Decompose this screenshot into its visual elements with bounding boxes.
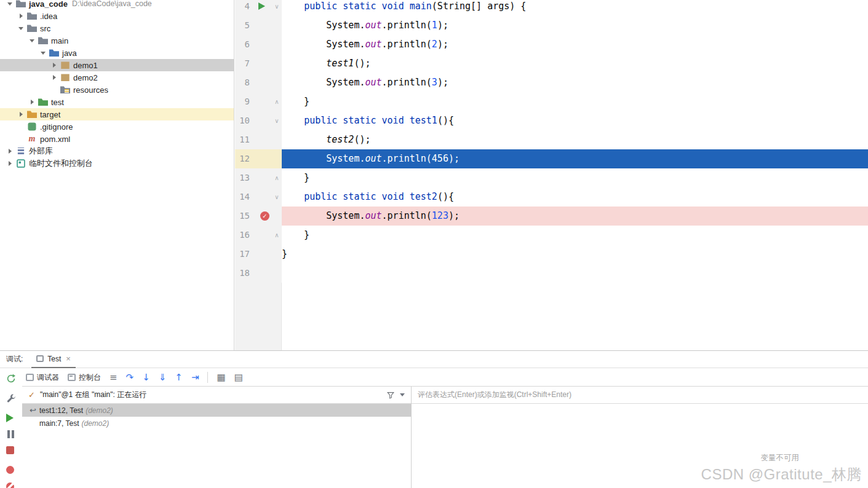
line-number[interactable]: 15 <box>235 207 250 226</box>
fold-start-icon[interactable]: ∨ <box>272 111 282 130</box>
code-text[interactable]: } <box>282 245 868 264</box>
token-plain <box>282 153 326 164</box>
code-text[interactable]: public static void test2(){ <box>282 187 868 207</box>
tree-item-临时文件和控制台[interactable]: 临时文件和控制台 <box>0 157 234 170</box>
project-tree: java_codeD:\ideaCode\java_code.ideasrcma… <box>0 0 234 350</box>
chevron-right-icon[interactable] <box>5 145 16 157</box>
tree-item-java[interactable]: java <box>0 47 234 59</box>
token-plain <box>337 115 343 126</box>
stack-frame-row[interactable]: main:7, Test(demo2) <box>22 417 411 430</box>
line-number[interactable]: 12 <box>235 149 250 168</box>
code-editor[interactable]: 4∨ public static void main(String[] args… <box>235 0 868 350</box>
tree-item-src[interactable]: src <box>0 22 234 34</box>
tree-item-resources[interactable]: resources <box>0 84 234 96</box>
tree-item-test[interactable]: test <box>0 96 234 108</box>
chevron-down-icon[interactable] <box>38 47 49 59</box>
tree-item-gitignore[interactable]: .gitignore <box>0 120 234 133</box>
toolbar-separator <box>207 372 208 383</box>
token-plain <box>282 39 326 50</box>
chevron-right-icon[interactable] <box>16 108 27 120</box>
token-plain <box>376 191 382 202</box>
code-text[interactable]: System.out.println(3); <box>282 73 868 92</box>
code-text[interactable]: public static void main(String[] args) { <box>282 0 868 16</box>
line-number[interactable]: 14 <box>235 187 250 207</box>
stop-icon[interactable] <box>6 446 14 454</box>
line-number[interactable]: 13 <box>235 168 250 187</box>
mute-breakpoints-icon[interactable] <box>6 482 14 488</box>
breakpoint-icon[interactable]: ✓ <box>260 211 269 221</box>
tool-tab-控制台[interactable]: 控制台 <box>68 372 101 383</box>
chevron-right-icon[interactable] <box>5 157 16 170</box>
fold-start-icon[interactable]: ∨ <box>272 0 282 16</box>
line-number[interactable]: 7 <box>235 54 250 73</box>
fold-start-icon[interactable]: ∨ <box>272 187 282 207</box>
fold-end-icon[interactable]: ∧ <box>272 92 282 111</box>
close-tab-icon[interactable]: × <box>66 354 71 363</box>
chevron-down-icon[interactable] <box>16 22 27 34</box>
rerun-icon[interactable] <box>6 374 16 384</box>
threads-menu-icon[interactable]: ≡ <box>109 373 117 382</box>
line-number[interactable]: 11 <box>235 130 250 149</box>
line-number[interactable]: 6 <box>235 35 250 54</box>
fold-spacer <box>272 264 282 283</box>
tool-tab-调试器[interactable]: 调试器 <box>26 372 59 383</box>
force-step-into-icon[interactable]: ⇓ <box>159 373 167 382</box>
code-line-8: 8 System.out.println(3); <box>235 73 868 92</box>
layout-grid-icon[interactable]: ▤ <box>234 373 243 382</box>
tree-item-demo2[interactable]: demo2 <box>0 71 234 84</box>
token-plain: System. <box>326 20 365 31</box>
tree-item-main[interactable]: main <box>0 34 234 47</box>
tree-item-target[interactable]: target <box>0 108 234 120</box>
breakpoints-icon[interactable] <box>6 466 14 474</box>
evaluate-expression-input[interactable]: 评估表达式(Enter)或添加监视(Ctrl+Shift+Enter) <box>412 387 868 404</box>
line-number[interactable]: 18 <box>235 264 250 283</box>
run-to-cursor-icon[interactable]: ⇥ <box>191 373 199 382</box>
step-over-icon[interactable]: ↷ <box>126 373 134 382</box>
line-number[interactable]: 16 <box>235 226 250 245</box>
filter-funnel-icon[interactable] <box>386 391 395 399</box>
line-number[interactable]: 4 <box>235 0 250 16</box>
line-number[interactable]: 8 <box>235 73 250 92</box>
step-out-icon[interactable]: ↑ <box>175 373 183 382</box>
line-number[interactable]: 10 <box>235 111 250 130</box>
fold-end-icon[interactable]: ∧ <box>272 226 282 245</box>
code-text[interactable]: System.out.println(456); <box>282 149 868 168</box>
code-text[interactable]: test2(); <box>282 130 868 149</box>
line-number[interactable]: 5 <box>235 16 250 35</box>
chevron-down-icon[interactable] <box>5 0 16 10</box>
code-text[interactable]: public static void test1(){ <box>282 111 868 130</box>
code-text[interactable]: System.out.println(1); <box>282 16 868 35</box>
chevron-right-icon[interactable] <box>16 10 27 22</box>
step-into-icon[interactable]: ↓ <box>142 373 150 382</box>
code-text[interactable]: } <box>282 92 868 111</box>
tree-item-idea[interactable]: .idea <box>0 10 234 22</box>
tree-item-java-code[interactable]: java_codeD:\ideaCode\java_code <box>0 0 234 10</box>
stack-frame-row[interactable]: ↩test1:12, Test(demo2) <box>22 404 411 417</box>
run-arrow-icon[interactable] <box>258 2 265 10</box>
chevron-right-icon[interactable] <box>49 71 60 84</box>
debug-body: 调试器控制台≡↷↓⇓↑⇥▦▤ ✓ "main"@1 在组 "main": 正在运… <box>0 369 868 488</box>
tree-item-外部库[interactable]: 外部库 <box>0 145 234 157</box>
code-text[interactable]: } <box>282 226 868 245</box>
code-text[interactable]: test1(); <box>282 54 868 73</box>
chevron-down-icon[interactable] <box>27 34 38 47</box>
line-number[interactable]: 9 <box>235 92 250 111</box>
pause-icon[interactable] <box>6 430 16 439</box>
chevron-right-icon[interactable] <box>27 96 38 108</box>
code-text[interactable]: System.out.println(2); <box>282 35 868 54</box>
chevron-down-icon[interactable] <box>400 393 405 396</box>
wrench-icon[interactable] <box>6 394 16 404</box>
code-line-10: 10∨ public static void test1(){ <box>235 111 868 130</box>
code-text[interactable]: System.out.println(123); <box>282 207 868 226</box>
fold-end-icon[interactable]: ∧ <box>272 168 282 187</box>
code-text[interactable]: } <box>282 168 868 187</box>
line-number[interactable]: 17 <box>235 245 250 264</box>
view-grid-icon[interactable]: ▦ <box>217 373 225 382</box>
tab-test[interactable]: Test × <box>31 351 76 368</box>
tree-item-demo1[interactable]: demo1 <box>0 59 234 71</box>
code-text[interactable] <box>282 264 868 283</box>
token-plain: } <box>282 229 309 240</box>
resume-icon[interactable] <box>6 414 14 422</box>
tree-item-pom-xml[interactable]: mpom.xml <box>0 133 234 145</box>
chevron-right-icon[interactable] <box>49 59 60 71</box>
